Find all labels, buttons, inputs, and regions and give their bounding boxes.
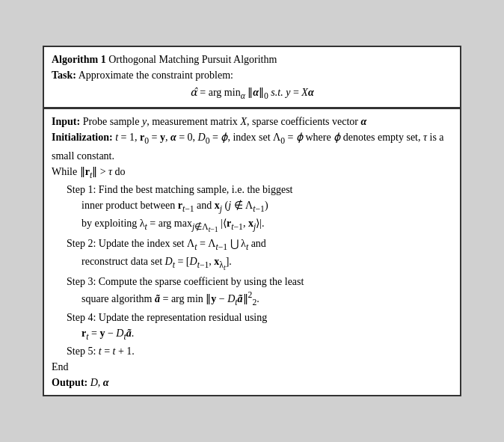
formula-line: α̂ = arg minα ‖α‖0 s.t. y = Xα (52, 83, 452, 104)
output-label: Output: (52, 377, 87, 388)
step2-line-b: reconstruct data set Dt = [Dt−1, xλt]. (52, 254, 452, 274)
step3-text-a: Step 3: Compute the sparse coefficient b… (67, 276, 304, 287)
output-line: Output: D, α (52, 375, 452, 390)
input-label: Input: (52, 116, 80, 127)
step3-text-b: square algorithm ã = arg min ‖y − Dtã‖22… (82, 293, 259, 304)
step2-text-a: Step 2: Update the index set Λt = Λt−1 ⋃… (67, 238, 266, 249)
step5-text: Step 5: t = t + 1. (67, 346, 135, 357)
while-line: While ‖rt‖ > τ do (52, 164, 452, 182)
step3-line-b: square algorithm ã = arg min ‖y − Dtã‖22… (52, 289, 452, 310)
end-text: End (52, 361, 69, 372)
input-text: Probe sample y, measurement matrix X, sp… (83, 116, 367, 127)
step5-line: Step 5: t = t + 1. (52, 343, 452, 359)
step4-line-a: Step 4: Update the representation residu… (52, 310, 452, 325)
task-label: Task: (52, 70, 76, 81)
step1-line-b: inner product between rt−1 and xj (j ∉ Λ… (52, 197, 452, 215)
step1-line-a: Step 1: Find the best matching sample, i… (52, 182, 452, 197)
algorithm-body: Input: Probe sample y, measurement matri… (44, 108, 460, 395)
step1-text-a: Step 1: Find the best matching sample, i… (67, 184, 293, 195)
output-text: D, α (90, 377, 109, 388)
formula: α̂ = arg minα ‖α‖0 s.t. y = Xα (190, 87, 313, 98)
init-line: Initialization: t = 1, r0 = y, α = 0, D0… (52, 129, 452, 163)
step4-line-b: rt = y − Dtã. (52, 325, 452, 343)
task-text: Approximate the constraint problem: (79, 70, 233, 81)
algorithm-header: Algorithm 1 Orthogonal Matching Pursuit … (44, 47, 460, 108)
step2-line-a: Step 2: Update the index set Λt = Λt−1 ⋃… (52, 236, 452, 254)
input-line: Input: Probe sample y, measurement matri… (52, 114, 452, 129)
while-text: While ‖rt‖ > τ do (52, 166, 126, 177)
step1-line-c: by exploiting λt = arg maxj∉Λt−1 |⟨rt−1,… (52, 215, 452, 236)
step4-text-b: rt = y − Dtã. (82, 328, 134, 339)
title-line: Algorithm 1 Orthogonal Matching Pursuit … (52, 52, 452, 67)
algorithm-box: Algorithm 1 Orthogonal Matching Pursuit … (43, 46, 461, 396)
end-line: End (52, 359, 452, 375)
step3-line-a: Step 3: Compute the sparse coefficient b… (52, 274, 452, 289)
step2-text-b: reconstruct data set Dt = [Dt−1, xλt]. (82, 256, 232, 267)
step1-text-b: inner product between rt−1 and xj (j ∉ Λ… (82, 200, 268, 211)
task-line: Task: Approximate the constraint problem… (52, 67, 452, 83)
step4-text-a: Step 4: Update the representation residu… (67, 312, 267, 323)
algorithm-number: Algorithm 1 (52, 54, 106, 65)
algorithm-name: Orthogonal Matching Pursuit Algorithm (108, 54, 277, 65)
init-label: Initialization: (52, 132, 113, 143)
step1-text-c: by exploiting λt = arg maxj∉Λt−1 |⟨rt−1,… (82, 218, 264, 229)
